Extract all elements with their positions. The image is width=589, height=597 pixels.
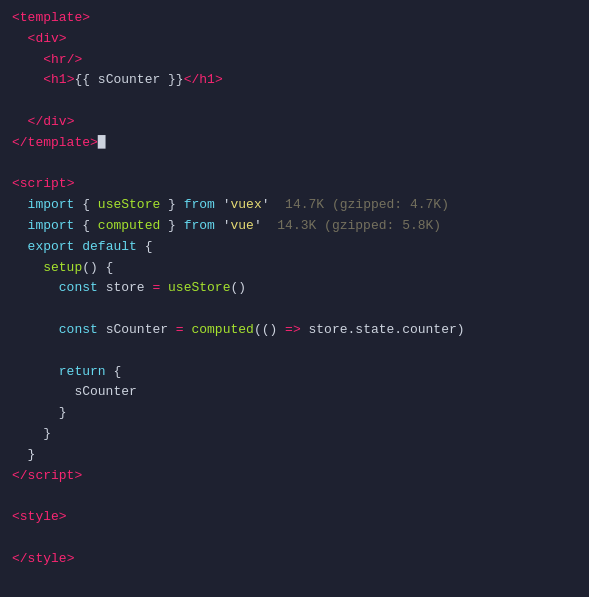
code-token: ) <box>457 320 465 341</box>
code-token: computed <box>98 216 160 237</box>
code-token: h1 <box>51 70 67 91</box>
code-editor: <template> <div> <hr/> <h1>{{ sCounter }… <box>0 0 589 597</box>
code-token: } <box>160 216 183 237</box>
code-line <box>0 91 589 112</box>
code-token: setup <box>12 258 82 279</box>
code-line: setup() { <box>0 258 589 279</box>
code-token: /> <box>67 50 83 71</box>
code-token: } <box>160 195 183 216</box>
code-line <box>0 486 589 507</box>
code-token: < <box>12 50 51 71</box>
code-token: </ <box>184 70 200 91</box>
code-token: useStore <box>98 195 160 216</box>
code-line: <h1>{{ sCounter }}</h1> <box>0 70 589 91</box>
code-token: (() <box>254 320 285 341</box>
code-token: const <box>12 320 98 341</box>
code-token: > <box>59 507 67 528</box>
code-token: 14.3K (gzipped: 5.8K) <box>262 216 441 237</box>
code-token: } <box>12 445 35 466</box>
code-token: { <box>74 195 97 216</box>
code-line: } <box>0 403 589 424</box>
code-token: 14.7K (gzipped: 4.7K) <box>270 195 449 216</box>
code-token: style <box>28 549 67 570</box>
code-token: </ <box>12 466 28 487</box>
code-token: div <box>35 29 58 50</box>
code-line: import { computed } from 'vue' 14.3K (gz… <box>0 216 589 237</box>
code-token: sCounter <box>12 382 137 403</box>
code-token: hr <box>51 50 67 71</box>
code-token: return <box>12 362 106 383</box>
code-line: <style> <box>0 507 589 528</box>
code-token: ' <box>262 195 270 216</box>
code-token: = <box>176 320 184 341</box>
code-token: from <box>184 216 215 237</box>
code-token: {{ <box>74 70 97 91</box>
code-token: > <box>67 70 75 91</box>
code-token: > <box>74 466 82 487</box>
code-token: < <box>12 507 20 528</box>
code-token: </ <box>12 549 28 570</box>
code-token: h1 <box>199 70 215 91</box>
code-token: }} <box>160 70 183 91</box>
code-token: } <box>12 424 51 445</box>
code-token: > <box>67 174 75 195</box>
code-token: ' <box>215 195 231 216</box>
code-line: <template> <box>0 8 589 29</box>
code-token: style <box>20 507 59 528</box>
code-line: sCounter <box>0 382 589 403</box>
code-token: () <box>230 278 246 299</box>
code-line: return { <box>0 362 589 383</box>
code-token: . <box>394 320 402 341</box>
code-line: const store = useStore() <box>0 278 589 299</box>
code-token <box>160 278 168 299</box>
code-token: < <box>12 174 20 195</box>
code-line: <script> <box>0 174 589 195</box>
code-token: script <box>20 174 67 195</box>
code-token: export <box>12 237 74 258</box>
code-token: script <box>28 466 75 487</box>
code-line: import { useStore } from 'vuex' 14.7K (g… <box>0 195 589 216</box>
code-line: <div> <box>0 29 589 50</box>
code-token: sCounter <box>98 320 176 341</box>
code-token: > <box>82 8 90 29</box>
code-token: computed <box>191 320 253 341</box>
code-line: <hr/> <box>0 50 589 71</box>
code-line <box>0 299 589 320</box>
code-token: template <box>28 133 90 154</box>
code-token: █ <box>98 133 106 154</box>
code-token: template <box>20 8 82 29</box>
code-token: => <box>285 320 301 341</box>
code-line: } <box>0 424 589 445</box>
code-token: store. <box>301 320 356 341</box>
code-token: </ <box>12 133 28 154</box>
code-line: </div> <box>0 112 589 133</box>
code-token: vuex <box>230 195 261 216</box>
code-token: () { <box>82 258 113 279</box>
code-token: state <box>355 320 394 341</box>
code-token: { <box>74 216 97 237</box>
code-token: sCounter <box>98 70 160 91</box>
code-token: > <box>67 549 75 570</box>
code-token <box>74 237 82 258</box>
code-token: > <box>215 70 223 91</box>
code-token: < <box>12 70 51 91</box>
code-line: </template>█ <box>0 133 589 154</box>
code-token: ' <box>215 216 231 237</box>
code-line <box>0 528 589 549</box>
code-line: </script> <box>0 466 589 487</box>
code-token: import <box>12 195 74 216</box>
code-token: { <box>137 237 153 258</box>
code-line: export default { <box>0 237 589 258</box>
code-token: ' <box>254 216 262 237</box>
code-token: div <box>43 112 66 133</box>
code-line: const sCounter = computed(() => store.st… <box>0 320 589 341</box>
code-token: > <box>90 133 98 154</box>
code-token: store <box>98 278 153 299</box>
code-token: > <box>59 29 67 50</box>
code-token <box>184 320 192 341</box>
code-token: counter <box>402 320 457 341</box>
code-token: useStore <box>168 278 230 299</box>
code-token: < <box>12 8 20 29</box>
code-token: vue <box>230 216 253 237</box>
code-token: default <box>82 237 137 258</box>
